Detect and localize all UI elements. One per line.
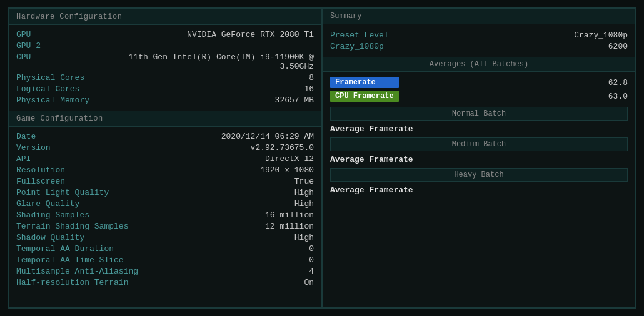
game-value: High [294, 188, 314, 197]
game-label: Shading Samples [16, 210, 91, 220]
hw-value: 8 [309, 73, 314, 82]
hardware-row: CPU11th Gen Intel(R) Core(TM) i9-11900K … [16, 51, 314, 72]
averages-header: Averages (All Batches) [323, 57, 635, 72]
medium-batch-header: Medium Batch [330, 137, 628, 151]
normal-batch-header: Normal Batch [330, 107, 628, 121]
cpu-framerate-row: CPU Framerate 63.0 [330, 89, 628, 103]
hardware-row: Logical Cores16 [16, 83, 314, 94]
game-row: Multisample Anti-Aliasing4 [16, 265, 314, 277]
cpu-framerate-value: 63.0 [608, 92, 628, 101]
hw-value: 16 [304, 84, 314, 94]
game-value: High [294, 199, 314, 209]
game-row: Shadow QualityHigh [16, 232, 314, 243]
game-row: Half-resolution TerrainOn [16, 277, 314, 288]
main-container: Hardware Configuration GPUNVIDIA GeForce… [8, 7, 636, 309]
game-row: Resolution1920 x 1080 [16, 164, 314, 175]
game-row: Temporal AA Duration0 [16, 243, 314, 254]
game-row: APIDirectX 12 [16, 153, 314, 164]
metrics-block: Framerate 62.8 CPU Framerate 63.0 [323, 72, 635, 107]
hardware-row: Physical Memory32657 MB [16, 94, 314, 106]
medium-avg-label: Average Framerate [330, 154, 628, 168]
game-value: True [294, 177, 314, 186]
game-value: High [294, 233, 314, 242]
hardware-row: Physical Cores8 [16, 72, 314, 83]
hw-label: Physical Memory [16, 96, 91, 105]
hw-value: 11th Gen Intel(R) Core(TM) i9-11900K @ 3… [96, 52, 314, 71]
game-label: Temporal AA Duration [16, 244, 114, 254]
hardware-header: Hardware Configuration [9, 9, 321, 25]
game-label: Resolution [16, 165, 91, 175]
game-row: FullscreenTrue [16, 175, 314, 187]
game-value: 1920 x 1080 [260, 165, 314, 175]
game-label: Multisample Anti-Aliasing [16, 267, 138, 276]
heavy-batch-header: Heavy Batch [330, 168, 628, 182]
game-value: 4 [309, 267, 314, 276]
right-panel: Summary Preset LevelCrazy_1080pCrazy_108… [323, 9, 635, 307]
game-row: Temporal AA Time Slice0 [16, 254, 314, 265]
game-label: Terrain Shading Samples [16, 222, 128, 231]
game-label: Version [16, 143, 91, 152]
game-label: Fullscreen [16, 177, 91, 186]
game-section: Game Configuration Date2020/12/14 06:29 … [9, 111, 321, 293]
game-label: Temporal AA Time Slice [16, 255, 124, 265]
cpu-framerate-badge: CPU Framerate [330, 91, 399, 102]
summary-label: Preset Level [330, 31, 389, 40]
game-value: DirectX 12 [265, 154, 314, 164]
hw-value: NVIDIA GeForce RTX 2080 Ti [187, 30, 314, 39]
hardware-section: Hardware Configuration GPUNVIDIA GeForce… [9, 9, 321, 111]
hw-label: GPU [16, 30, 91, 39]
framerate-row: Framerate 62.8 [330, 76, 628, 89]
game-row: Terrain Shading Samples12 million [16, 220, 314, 232]
summary-row: Preset LevelCrazy_1080p [330, 29, 628, 41]
game-value: 16 million [265, 210, 314, 220]
game-label: Point Light Quality [16, 188, 109, 197]
game-label: Date [16, 132, 91, 141]
game-row: Versionv2.92.73675.0 [16, 142, 314, 153]
game-value: 2020/12/14 06:29 AM [221, 132, 314, 141]
hw-label: Logical Cores [16, 84, 91, 94]
game-row: Glare QualityHigh [16, 198, 314, 209]
framerate-badge: Framerate [330, 77, 399, 88]
game-value: v2.92.73675.0 [251, 143, 314, 152]
hardware-row: GPUNVIDIA GeForce RTX 2080 Ti [16, 29, 314, 40]
game-row: Date2020/12/14 06:29 AM [16, 131, 314, 142]
game-value: On [304, 278, 314, 287]
summary-content: Preset LevelCrazy_1080pCrazy_1080p6200 [323, 24, 635, 57]
hw-label: CPU [16, 52, 91, 62]
hw-label: Physical Cores [16, 73, 91, 82]
game-value: 0 [309, 255, 314, 265]
game-label: Half-resolution Terrain [16, 278, 128, 287]
framerate-value: 62.8 [608, 78, 628, 87]
summary-label: Crazy_1080p [330, 42, 384, 51]
summary-row: Crazy_1080p6200 [330, 41, 628, 52]
game-label: Glare Quality [16, 199, 91, 209]
summary-header: Summary [323, 9, 635, 24]
normal-batch-section: Normal Batch Average Framerate [330, 107, 628, 137]
heavy-avg-label: Average Framerate [330, 184, 628, 199]
normal-avg-label: Average Framerate [330, 123, 628, 137]
game-value: 0 [309, 244, 314, 254]
hardware-row: GPU 2 [16, 40, 314, 51]
game-label: Shadow Quality [16, 233, 91, 242]
game-row: Shading Samples16 million [16, 209, 314, 220]
game-content: Date2020/12/14 06:29 AMVersionv2.92.7367… [9, 127, 321, 293]
hw-label: GPU 2 [16, 41, 91, 51]
game-header: Game Configuration [9, 111, 321, 127]
game-value: 12 million [265, 222, 314, 231]
medium-batch-section: Medium Batch Average Framerate [330, 137, 628, 168]
summary-value: 6200 [608, 42, 628, 51]
left-panel: Hardware Configuration GPUNVIDIA GeForce… [9, 9, 323, 307]
hw-value: 32657 MB [275, 96, 314, 105]
summary-value: Crazy_1080p [574, 31, 628, 40]
heavy-batch-section: Heavy Batch Average Framerate [330, 168, 628, 199]
hardware-content: GPUNVIDIA GeForce RTX 2080 TiGPU 2CPU11t… [9, 25, 321, 111]
game-row: Point Light QualityHigh [16, 187, 314, 198]
game-label: API [16, 154, 91, 164]
